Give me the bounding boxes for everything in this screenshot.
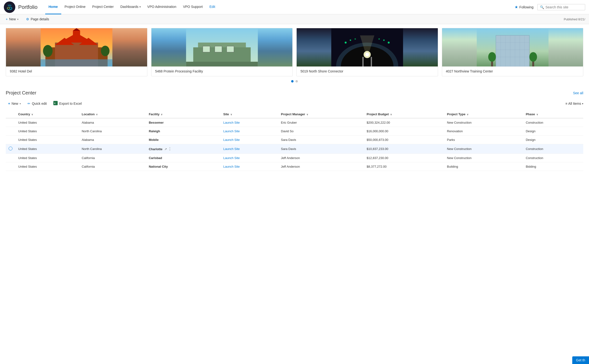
- col-pm[interactable]: Project Manager ∨: [278, 110, 364, 118]
- col-location[interactable]: Location ∨: [79, 110, 146, 118]
- card-1[interactable]: 5468 Protein Processing Facility: [151, 28, 293, 76]
- view-selector[interactable]: ≡ All Items ▾: [565, 102, 583, 105]
- cell-site: Launch Site: [220, 118, 278, 127]
- quick-edit-label: Quick edit: [32, 102, 47, 105]
- carousel-dot-2[interactable]: [295, 80, 298, 83]
- svg-point-51: [529, 52, 537, 62]
- cell-type: Building: [444, 162, 523, 171]
- section-header: Project Center See all: [6, 90, 583, 96]
- sort-phase-icon: ∨: [536, 113, 538, 116]
- row-checkbox-cell: [6, 118, 15, 127]
- svg-point-33: [365, 53, 369, 56]
- table-row: United States Alabama Bessemer Launch Si…: [6, 118, 583, 127]
- see-all-link[interactable]: See all: [573, 91, 583, 95]
- cell-facility: Carlsbad: [146, 154, 220, 162]
- svg-rect-20: [215, 46, 222, 52]
- row-checkbox-cell: [6, 154, 15, 162]
- cell-site: Launch Site: [220, 127, 278, 136]
- nav-dashboards[interactable]: Dashboards ▾: [117, 0, 144, 14]
- cell-facility: Bessemer: [146, 118, 220, 127]
- table-row: United States North Carolina Charlotte↗ …: [6, 144, 583, 154]
- cell-country: United States: [15, 144, 79, 154]
- cell-type: Parks: [444, 136, 523, 144]
- nav-project-center[interactable]: Project Center: [89, 0, 117, 14]
- nav-vpo-admin[interactable]: VPO Administration: [144, 0, 180, 14]
- dashboards-chevron-icon: ▾: [139, 6, 141, 8]
- card-image-2: [297, 28, 438, 66]
- launch-site-link[interactable]: Launch Site: [223, 147, 240, 151]
- sort-country-icon: ∨: [31, 113, 33, 116]
- search-input[interactable]: [545, 5, 582, 9]
- new-chevron-icon: ▾: [17, 18, 18, 20]
- svg-point-29: [379, 38, 380, 40]
- nav-vpo-support[interactable]: VPO Support: [180, 0, 206, 14]
- col-country[interactable]: Country ∨: [15, 110, 79, 118]
- table-row: United States North Carolina Raleigh Lau…: [6, 127, 583, 136]
- project-new-label: New: [12, 102, 18, 105]
- sort-pm-icon: ∨: [307, 113, 308, 116]
- launch-site-link[interactable]: Launch Site: [223, 129, 240, 133]
- following-label: Following: [519, 5, 534, 9]
- row-checkbox[interactable]: [9, 147, 13, 150]
- sort-location-icon: ∨: [96, 113, 98, 116]
- svg-point-27: [350, 39, 351, 41]
- cell-location: California: [79, 162, 146, 171]
- col-phase[interactable]: Phase ∨: [523, 110, 583, 118]
- project-new-button[interactable]: + New ▾: [6, 100, 23, 107]
- cell-budget: $200,324,222.00: [364, 118, 444, 127]
- carousel-dots: [6, 76, 583, 86]
- card-3[interactable]: 4027 Northview Training Center: [442, 28, 583, 76]
- following-button[interactable]: ★ Following: [515, 5, 534, 9]
- cell-pm: Eric Gruber: [278, 118, 364, 127]
- export-excel-button[interactable]: X Export to Excel: [51, 99, 84, 108]
- cell-phase: Construction: [523, 118, 583, 127]
- card-image-0: [6, 28, 147, 66]
- search-box[interactable]: 🔍: [537, 4, 585, 10]
- page-toolbar: + New ▾ ⚙ Page details Published 8/21/: [0, 14, 589, 24]
- card-image-1: [151, 28, 293, 66]
- header: VPO Portfolio Home Project Online Projec…: [0, 0, 589, 14]
- launch-site-link[interactable]: Launch Site: [223, 138, 240, 142]
- svg-rect-38: [496, 35, 529, 66]
- svg-rect-11: [73, 31, 80, 43]
- card-0[interactable]: 9382 Hotel Del: [6, 28, 147, 76]
- row-menu-icon[interactable]: ⋮: [168, 147, 172, 151]
- page-details-button[interactable]: ⚙ Page details: [24, 16, 51, 22]
- col-facility[interactable]: Facility ∨: [146, 110, 220, 118]
- nav-edit[interactable]: Edit: [206, 0, 218, 14]
- launch-site-link[interactable]: Launch Site: [223, 165, 240, 168]
- nav-project-online[interactable]: Project Online: [61, 0, 89, 14]
- svg-point-28: [354, 38, 356, 40]
- cell-pm: Sara Davis: [278, 136, 364, 144]
- card-2[interactable]: 5019 North Shore Connector: [296, 28, 438, 76]
- cell-country: United States: [15, 136, 79, 144]
- sort-type-icon: ∨: [467, 113, 468, 116]
- cell-pm: Jeff Anderson: [278, 154, 364, 162]
- launch-site-link[interactable]: Launch Site: [223, 156, 240, 160]
- view-chevron-icon: ▾: [582, 102, 583, 105]
- share-icon[interactable]: ↗: [164, 147, 167, 151]
- svg-rect-22: [186, 62, 258, 66]
- cell-phase: Design: [523, 136, 583, 144]
- card-title-3: 4027 Northview Training Center: [442, 66, 583, 76]
- quick-edit-button[interactable]: ✏ Quick edit: [25, 100, 49, 107]
- cell-budget: $50,000,873.00: [364, 136, 444, 144]
- sort-facility-icon: ∨: [161, 113, 163, 116]
- cell-site: Launch Site: [220, 154, 278, 162]
- checkbox-header: [6, 110, 15, 118]
- sort-budget-icon: ∨: [390, 113, 392, 116]
- nav-home[interactable]: Home: [45, 0, 61, 14]
- launch-site-link[interactable]: Launch Site: [223, 121, 240, 124]
- header-right: ★ Following 🔍: [515, 4, 585, 10]
- cell-pm: Jeff Anderson: [278, 162, 364, 171]
- col-site[interactable]: Site ∨: [220, 110, 278, 118]
- carousel-dot-1[interactable]: [291, 80, 294, 83]
- col-type[interactable]: Project Type ∨: [444, 110, 523, 118]
- new-button[interactable]: + New ▾: [4, 16, 20, 22]
- col-budget[interactable]: Project Budget ∨: [364, 110, 444, 118]
- cell-location: North Carolina: [79, 144, 146, 154]
- cell-country: United States: [15, 162, 79, 171]
- project-table: Country ∨ Location ∨ Facility ∨ Site ∨ P…: [6, 110, 583, 171]
- cell-country: United States: [15, 118, 79, 127]
- cell-type: New Construction: [444, 118, 523, 127]
